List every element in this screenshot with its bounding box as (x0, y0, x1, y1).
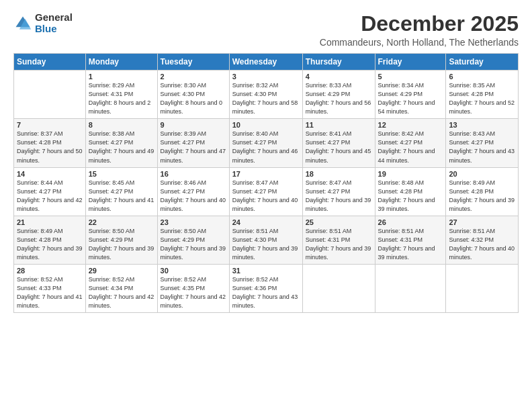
calendar-cell: 23Sunrise: 8:50 AMSunset: 4:29 PMDayligh… (157, 216, 229, 264)
day-number: 13 (449, 121, 515, 129)
day-info: Sunrise: 8:46 AMSunset: 4:27 PMDaylight:… (161, 179, 226, 214)
calendar-cell: 1Sunrise: 8:29 AMSunset: 4:31 PMDaylight… (85, 71, 157, 119)
day-info: Sunrise: 8:32 AMSunset: 4:30 PMDaylight:… (232, 81, 300, 116)
day-number: 12 (378, 121, 443, 129)
calendar-cell: 22Sunrise: 8:50 AMSunset: 4:29 PMDayligh… (85, 216, 157, 264)
day-number: 17 (232, 170, 300, 178)
day-info: Sunrise: 8:43 AMSunset: 4:27 PMDaylight:… (449, 130, 515, 165)
calendar-cell: 8Sunrise: 8:38 AMSunset: 4:27 PMDaylight… (85, 119, 157, 167)
day-number: 15 (89, 170, 154, 178)
weekday-header-friday: Friday (375, 54, 446, 71)
day-info: Sunrise: 8:41 AMSunset: 4:27 PMDaylight:… (306, 130, 372, 165)
calendar-cell: 5Sunrise: 8:34 AMSunset: 4:29 PMDaylight… (375, 71, 446, 119)
day-info: Sunrise: 8:51 AMSunset: 4:31 PMDaylight:… (378, 227, 443, 262)
weekday-header-saturday: Saturday (446, 54, 519, 71)
calendar-cell (446, 264, 519, 312)
day-number: 27 (449, 218, 515, 226)
weekday-header-tuesday: Tuesday (157, 54, 229, 71)
day-info: Sunrise: 8:49 AMSunset: 4:28 PMDaylight:… (449, 179, 515, 214)
weekday-header-wednesday: Wednesday (229, 54, 302, 71)
calendar-cell: 28Sunrise: 8:52 AMSunset: 4:33 PMDayligh… (14, 264, 86, 312)
calendar-header-row: SundayMondayTuesdayWednesdayThursdayFrid… (14, 54, 519, 71)
day-number: 26 (378, 218, 443, 226)
day-number: 5 (378, 73, 443, 81)
calendar-cell: 24Sunrise: 8:51 AMSunset: 4:30 PMDayligh… (229, 216, 302, 264)
day-info: Sunrise: 8:30 AMSunset: 4:30 PMDaylight:… (161, 81, 226, 116)
day-number: 24 (232, 218, 300, 226)
day-number: 21 (17, 218, 83, 226)
calendar-cell: 18Sunrise: 8:47 AMSunset: 4:27 PMDayligh… (302, 167, 375, 216)
day-number: 19 (378, 170, 443, 178)
day-number: 7 (17, 121, 83, 129)
day-info: Sunrise: 8:44 AMSunset: 4:27 PMDaylight:… (17, 179, 83, 214)
day-number: 4 (306, 73, 372, 81)
calendar-cell: 27Sunrise: 8:51 AMSunset: 4:32 PMDayligh… (446, 216, 519, 264)
calendar-week-row: 7Sunrise: 8:37 AMSunset: 4:28 PMDaylight… (14, 119, 519, 167)
day-number: 28 (17, 267, 83, 275)
calendar-cell: 15Sunrise: 8:45 AMSunset: 4:27 PMDayligh… (85, 167, 157, 216)
calendar-cell (375, 264, 446, 312)
calendar-cell: 7Sunrise: 8:37 AMSunset: 4:28 PMDaylight… (14, 119, 86, 167)
day-info: Sunrise: 8:47 AMSunset: 4:27 PMDaylight:… (306, 179, 372, 214)
weekday-header-sunday: Sunday (14, 54, 86, 71)
calendar-cell: 30Sunrise: 8:52 AMSunset: 4:35 PMDayligh… (157, 264, 229, 312)
day-number: 3 (232, 73, 300, 81)
calendar-cell: 11Sunrise: 8:41 AMSunset: 4:27 PMDayligh… (302, 119, 375, 167)
day-info: Sunrise: 8:34 AMSunset: 4:29 PMDaylight:… (378, 81, 443, 116)
day-info: Sunrise: 8:48 AMSunset: 4:28 PMDaylight:… (378, 179, 443, 214)
calendar-cell: 3Sunrise: 8:32 AMSunset: 4:30 PMDaylight… (229, 71, 302, 119)
day-info: Sunrise: 8:52 AMSunset: 4:33 PMDaylight:… (17, 275, 83, 310)
calendar-cell: 2Sunrise: 8:30 AMSunset: 4:30 PMDaylight… (157, 71, 229, 119)
logo: General Blue (13, 12, 73, 34)
day-info: Sunrise: 8:52 AMSunset: 4:35 PMDaylight:… (161, 275, 226, 310)
calendar-cell: 29Sunrise: 8:52 AMSunset: 4:34 PMDayligh… (85, 264, 157, 312)
calendar-week-row: 1Sunrise: 8:29 AMSunset: 4:31 PMDaylight… (14, 71, 519, 119)
month-title: December 2025 (320, 12, 519, 36)
day-info: Sunrise: 8:35 AMSunset: 4:28 PMDaylight:… (449, 81, 515, 116)
calendar-cell: 13Sunrise: 8:43 AMSunset: 4:27 PMDayligh… (446, 119, 519, 167)
day-number: 29 (89, 267, 154, 275)
day-number: 6 (449, 73, 515, 81)
day-info: Sunrise: 8:33 AMSunset: 4:29 PMDaylight:… (306, 81, 372, 116)
calendar-table: SundayMondayTuesdayWednesdayThursdayFrid… (13, 53, 519, 313)
day-number: 1 (89, 73, 154, 81)
calendar-page: General Blue December 2025 Commandeurs, … (0, 0, 532, 411)
day-info: Sunrise: 8:49 AMSunset: 4:28 PMDaylight:… (17, 227, 83, 262)
day-number: 11 (306, 121, 372, 129)
day-info: Sunrise: 8:50 AMSunset: 4:29 PMDaylight:… (89, 227, 154, 262)
day-info: Sunrise: 8:50 AMSunset: 4:29 PMDaylight:… (161, 227, 226, 262)
location: Commandeurs, North Holland, The Netherla… (320, 37, 519, 48)
calendar-cell: 9Sunrise: 8:39 AMSunset: 4:27 PMDaylight… (157, 119, 229, 167)
weekday-header-thursday: Thursday (302, 54, 375, 71)
calendar-cell: 20Sunrise: 8:49 AMSunset: 4:28 PMDayligh… (446, 167, 519, 216)
calendar-cell (302, 264, 375, 312)
calendar-cell: 16Sunrise: 8:46 AMSunset: 4:27 PMDayligh… (157, 167, 229, 216)
day-number: 31 (232, 267, 300, 275)
day-number: 16 (161, 170, 226, 178)
calendar-cell (14, 71, 86, 119)
calendar-cell: 21Sunrise: 8:49 AMSunset: 4:28 PMDayligh… (14, 216, 86, 264)
logo-line2: Blue (35, 24, 73, 35)
day-number: 22 (89, 218, 154, 226)
calendar-cell: 26Sunrise: 8:51 AMSunset: 4:31 PMDayligh… (375, 216, 446, 264)
day-number: 10 (232, 121, 300, 129)
day-info: Sunrise: 8:52 AMSunset: 4:34 PMDaylight:… (89, 275, 154, 310)
calendar-cell: 6Sunrise: 8:35 AMSunset: 4:28 PMDaylight… (446, 71, 519, 119)
calendar-cell: 19Sunrise: 8:48 AMSunset: 4:28 PMDayligh… (375, 167, 446, 216)
calendar-cell: 25Sunrise: 8:51 AMSunset: 4:31 PMDayligh… (302, 216, 375, 264)
calendar-cell: 4Sunrise: 8:33 AMSunset: 4:29 PMDaylight… (302, 71, 375, 119)
calendar-cell: 12Sunrise: 8:42 AMSunset: 4:27 PMDayligh… (375, 119, 446, 167)
title-block: December 2025 Commandeurs, North Holland… (320, 12, 519, 48)
day-number: 18 (306, 170, 372, 178)
day-number: 25 (306, 218, 372, 226)
day-info: Sunrise: 8:38 AMSunset: 4:27 PMDaylight:… (89, 130, 154, 165)
logo-text: General Blue (35, 12, 73, 34)
day-number: 20 (449, 170, 515, 178)
day-number: 23 (161, 218, 226, 226)
calendar-week-row: 28Sunrise: 8:52 AMSunset: 4:33 PMDayligh… (14, 264, 519, 312)
calendar-week-row: 14Sunrise: 8:44 AMSunset: 4:27 PMDayligh… (14, 167, 519, 216)
day-number: 14 (17, 170, 83, 178)
day-info: Sunrise: 8:45 AMSunset: 4:27 PMDaylight:… (89, 179, 154, 214)
weekday-header-monday: Monday (85, 54, 157, 71)
day-info: Sunrise: 8:47 AMSunset: 4:27 PMDaylight:… (232, 179, 300, 214)
